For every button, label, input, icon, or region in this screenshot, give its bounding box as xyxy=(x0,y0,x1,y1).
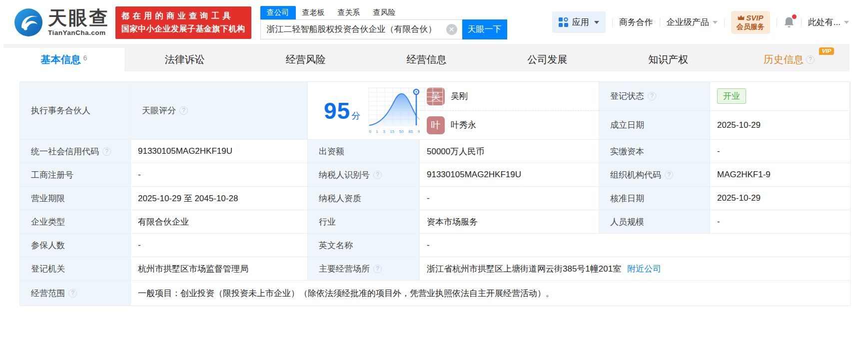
axis-tick: 50 xyxy=(399,129,404,134)
nav-business-coop[interactable]: 商务合作 xyxy=(619,16,653,28)
field-label-est-date: 成立日期 xyxy=(599,111,710,140)
notifications-button[interactable] xyxy=(784,16,795,28)
promo-line-2: 国家中小企业发展子基金旗下机构 xyxy=(121,24,245,34)
vip-badge: VIP xyxy=(819,47,835,55)
value-text: 91330105MAG2HKF19U xyxy=(427,170,521,180)
help-icon[interactable] xyxy=(68,289,77,298)
help-icon[interactable] xyxy=(373,171,382,179)
partner-name-link[interactable]: 吴刚 xyxy=(451,90,468,102)
axis-tick: 15 xyxy=(390,129,394,134)
label-text: 登记机关 xyxy=(31,263,65,275)
field-value-english-name: - xyxy=(420,234,850,257)
tab-label: 经营信息 xyxy=(407,53,447,66)
label-text: 企业类型 xyxy=(31,216,65,228)
field-value-capital: 50000万人民币 xyxy=(420,140,599,163)
field-label-industry: 行业 xyxy=(308,210,420,234)
chevron-down-icon xyxy=(594,21,599,24)
label-text: 人员规模 xyxy=(610,216,644,228)
tab-label: 法律诉讼 xyxy=(165,53,205,66)
search-input[interactable] xyxy=(260,19,462,39)
partner-name-link[interactable]: 叶秀永 xyxy=(451,119,476,131)
value-text: 91330105MAG2HKF19U xyxy=(138,146,232,156)
axis-tick: 0 xyxy=(369,129,371,134)
label-text: 纳税人识别号 xyxy=(319,169,370,181)
tab-count: 6 xyxy=(83,54,87,62)
nearby-companies-link[interactable]: 附近公司 xyxy=(627,263,661,275)
crown-icon xyxy=(738,15,745,20)
field-value-paid-capital: - xyxy=(710,140,850,163)
field-label-address: 主要经营场所 xyxy=(308,257,420,281)
apps-menu[interactable]: 应用 xyxy=(552,11,606,33)
avatar[interactable]: 叶 xyxy=(427,116,445,134)
value-text: 2025-10-29 xyxy=(717,120,761,130)
value-text: - xyxy=(717,146,720,156)
tab-legal[interactable]: 法律诉讼 xyxy=(124,48,245,71)
search-tab-relation[interactable]: 查关系 xyxy=(331,6,367,19)
help-icon[interactable] xyxy=(373,265,382,273)
field-label-org-code: 组织机构代码 xyxy=(599,163,710,187)
help-icon[interactable] xyxy=(102,147,111,156)
field-value-staff-size: - xyxy=(710,210,850,234)
value-text: 杭州市拱墅区市场监督管理局 xyxy=(138,263,248,275)
axis-tick: 85 xyxy=(408,129,413,134)
tab-basic-info[interactable]: 基本信息 6 xyxy=(3,48,124,71)
svip-line-1: SVIP xyxy=(746,13,763,22)
tab-label: 历史信息 xyxy=(764,53,804,66)
apps-label: 应用 xyxy=(572,16,589,28)
help-icon[interactable] xyxy=(648,92,656,100)
tab-label: 经营风险 xyxy=(286,53,326,66)
partner-row: 叶 叶秀永 xyxy=(420,111,599,140)
field-value-est-date: 2025-10-29 xyxy=(710,111,850,140)
value-text: 50000万人民币 xyxy=(427,146,484,157)
field-label-english-name: 英文名称 xyxy=(308,234,420,257)
label-text: 参保人数 xyxy=(31,240,65,251)
help-icon[interactable] xyxy=(806,55,815,64)
label-text: 统一社会信用代码 xyxy=(31,146,99,157)
partner-row: 吴 吴刚 xyxy=(420,82,599,111)
user-menu[interactable]: 此处有... xyxy=(808,16,849,28)
notification-dot xyxy=(792,14,797,19)
field-value-insured-count: - xyxy=(131,234,308,257)
search-button[interactable]: 天眼一下 xyxy=(462,19,507,39)
label-text: 经营范围 xyxy=(31,288,65,299)
tianyancha-logo[interactable]: 天眼查 TianYanCha.com xyxy=(14,8,109,37)
field-label-credit-code: 统一社会信用代码 xyxy=(20,140,131,163)
field-value-org-code: MAG2HKF1-9 xyxy=(710,163,850,187)
search-tab-boss[interactable]: 查老板 xyxy=(296,6,331,19)
value-text: 有限合伙企业 xyxy=(138,216,189,228)
clear-search-icon[interactable]: ✕ xyxy=(446,24,457,35)
chevron-down-icon xyxy=(844,21,849,24)
tab-history-info[interactable]: VIP 历史信息 xyxy=(729,48,850,71)
field-value-reg-number: - xyxy=(131,163,308,187)
label-text: 工商注册号 xyxy=(31,169,73,181)
label-text: 执行事务合伙人 xyxy=(31,105,90,116)
tab-business-info[interactable]: 经营信息 xyxy=(366,48,487,71)
divider xyxy=(777,18,777,27)
value-text: - xyxy=(138,240,141,250)
value-text: - xyxy=(427,240,430,250)
divider xyxy=(724,18,725,27)
field-label-approval-date: 核准日期 xyxy=(599,187,710,210)
value-text: 一般项目：创业投资（限投资未上市企业）（除依法须经批准的项目外，凭营业执照依法自… xyxy=(138,288,554,299)
tab-operating-risk[interactable]: 经营风险 xyxy=(245,48,366,71)
value-text: 2025-10-29 xyxy=(717,193,761,203)
help-icon[interactable] xyxy=(179,106,188,115)
svip-member-badge[interactable]: SVIP 会员服务 xyxy=(731,11,770,34)
label-text: 实缴资本 xyxy=(610,146,644,157)
value-text: 资本市场服务 xyxy=(427,216,478,228)
label-text: 英文名称 xyxy=(319,240,353,251)
field-value-taxpayer-id: 91330105MAG2HKF19U xyxy=(420,163,599,187)
help-icon[interactable] xyxy=(665,171,673,179)
search-tab-company[interactable]: 查公司 xyxy=(260,6,296,19)
promo-line-1: 都在用的商业查询工具 xyxy=(121,11,245,21)
search-tab-risk[interactable]: 查风险 xyxy=(367,6,402,19)
search-tabs: 查公司 查老板 查关系 查风险 xyxy=(260,6,507,19)
field-value-scope: 一般项目：创业投资（限投资未上市企业）（除依法须经批准的项目外，凭营业执照依法自… xyxy=(131,281,850,306)
tab-intellectual-property[interactable]: 知识产权 xyxy=(608,48,729,71)
divider xyxy=(660,18,660,27)
svip-line-2: 会员服务 xyxy=(737,22,765,30)
score-value: 95 xyxy=(324,97,350,124)
tab-company-development[interactable]: 公司发展 xyxy=(487,48,608,71)
nav-enterprise-products[interactable]: 企业级产品 xyxy=(667,16,718,28)
chevron-down-icon xyxy=(713,21,718,24)
